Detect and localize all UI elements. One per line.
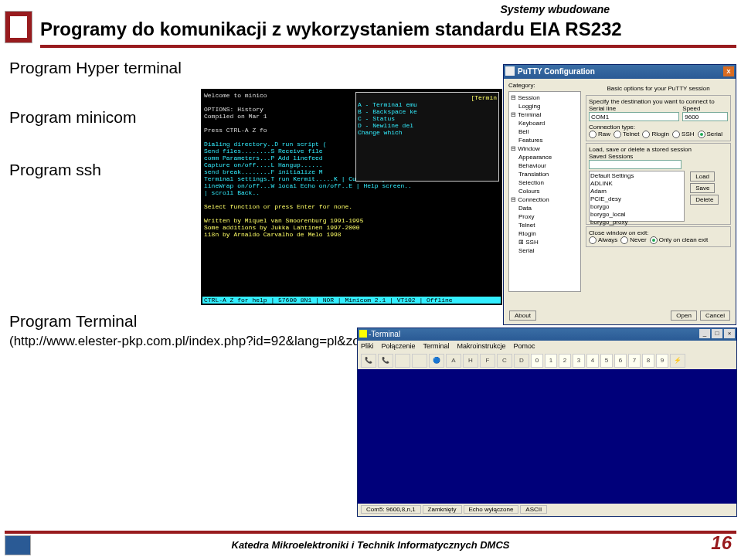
tree-item[interactable]: Proxy xyxy=(511,212,579,221)
cancel-button[interactable]: Cancel xyxy=(700,311,730,321)
toolbar-number-button[interactable]: 8 xyxy=(642,354,654,368)
tree-item[interactable]: ⊟ Session xyxy=(511,93,579,102)
tree-item[interactable]: Translation xyxy=(511,170,579,178)
session-item[interactable]: PCIE_desy xyxy=(590,195,683,203)
open-button[interactable]: Open xyxy=(671,311,697,321)
radio-option[interactable]: Raw xyxy=(589,131,610,137)
terminal-toolbar[interactable]: 📞📞🔵AHFCD0123456789⚡ xyxy=(358,352,736,369)
putty-close-group: Close window on exit: AlwaysNeverOnly on… xyxy=(586,226,731,247)
delete-button[interactable]: Delete xyxy=(690,195,719,205)
menu-item[interactable]: Terminal xyxy=(423,342,450,350)
tree-item[interactable]: Rlogin xyxy=(511,229,579,238)
radio-option[interactable]: Always xyxy=(589,236,617,243)
status-segment: Zamknięty xyxy=(423,505,462,514)
toolbar-button-icon[interactable]: 📞 xyxy=(361,354,376,368)
putty-sessions-list[interactable]: Default SettingsADLINKAdamPCIE_desyboryg… xyxy=(589,171,685,222)
toolbar-number-button[interactable]: 3 xyxy=(573,354,585,368)
maximize-icon[interactable]: □ xyxy=(712,329,722,338)
radio-option[interactable]: Rlogin xyxy=(642,131,669,137)
radio-icon[interactable] xyxy=(614,131,621,138)
putty-tree[interactable]: ⊟ SessionLogging⊟ TerminalKeyboardBellFe… xyxy=(508,91,581,292)
putty-conntype-radios[interactable]: RawTelnetRloginSSHSerial xyxy=(589,131,728,138)
tree-item[interactable]: Data xyxy=(511,204,579,212)
tree-item[interactable]: ⊟ Connection xyxy=(511,195,579,204)
terminal-title: -Terminal xyxy=(369,330,400,338)
toolbar-number-button[interactable]: 1 xyxy=(545,354,557,368)
minicom-subwindow: [Termin A - Terminal emuB - Backspace ke… xyxy=(355,92,499,182)
tree-item[interactable]: Serial xyxy=(511,246,579,255)
menu-item[interactable]: Pliki xyxy=(361,342,374,350)
session-item[interactable]: borygo xyxy=(590,203,683,211)
radio-option[interactable]: Never xyxy=(620,236,646,243)
toolbar-number-button[interactable]: 4 xyxy=(586,354,599,368)
minicom-line: lineWrap on/off...W local Echo on/off..E… xyxy=(204,182,499,189)
radio-option[interactable]: Telnet xyxy=(614,131,639,137)
putty-speed-input[interactable] xyxy=(682,112,728,121)
load-button[interactable]: Load xyxy=(690,171,715,182)
session-item[interactable]: borygo_proxy xyxy=(590,219,683,226)
radio-icon[interactable] xyxy=(650,236,658,244)
toolbar-button-icon[interactable] xyxy=(395,354,410,368)
toolbar-number-button[interactable]: 7 xyxy=(628,354,641,368)
toolbar-number-button[interactable]: 2 xyxy=(559,354,571,368)
session-item[interactable]: Default Settings xyxy=(590,172,683,180)
tree-item[interactable]: Behaviour xyxy=(511,161,579,170)
radio-icon[interactable] xyxy=(589,131,597,138)
radio-option[interactable]: Only on clean exit xyxy=(650,236,709,243)
putty-close-radios[interactable]: AlwaysNeverOnly on clean exit xyxy=(589,236,728,244)
close-icon[interactable]: × xyxy=(724,329,735,338)
toolbar-number-button[interactable]: 5 xyxy=(600,354,613,368)
toolbar-button-icon[interactable]: 📞 xyxy=(378,354,393,368)
tree-item[interactable]: ⊟ Terminal xyxy=(511,110,579,119)
minicom-window-line: A - Terminal emu xyxy=(358,101,497,108)
menu-item[interactable]: Połączenie xyxy=(382,342,416,350)
putty-titlebar: PuTTY Configuration X xyxy=(504,65,736,79)
tree-item[interactable]: Colours xyxy=(511,187,579,195)
putty-serial-input[interactable] xyxy=(589,112,679,121)
putty-conntype-label: Connection type: xyxy=(589,124,728,131)
toolbar-button-icon[interactable]: F xyxy=(480,354,495,368)
toolbar-button-icon[interactable]: D xyxy=(514,354,529,368)
tree-item[interactable]: Features xyxy=(511,136,579,144)
minimize-icon[interactable]: _ xyxy=(699,329,710,338)
toolbar-button-icon[interactable]: 🔵 xyxy=(429,354,444,368)
putty-right-header: Basic options for your PuTTY session xyxy=(586,83,731,93)
radio-icon[interactable] xyxy=(589,236,597,244)
toolbar-button-icon[interactable]: A xyxy=(446,354,461,368)
toolbar-number-button[interactable]: 6 xyxy=(614,354,627,368)
terminal-body[interactable] xyxy=(358,369,736,504)
toolbar-number-button[interactable]: 9 xyxy=(656,354,668,368)
toolbar-button-icon[interactable] xyxy=(412,354,427,368)
putty-saved-input[interactable] xyxy=(589,160,682,169)
tree-item[interactable]: ⊟ Window xyxy=(511,144,579,153)
tree-item[interactable]: Keyboard xyxy=(511,119,579,127)
save-button[interactable]: Save xyxy=(690,183,715,193)
radio-icon[interactable] xyxy=(642,131,650,138)
toolbar-number-button[interactable]: 0 xyxy=(531,354,543,368)
tree-item[interactable]: Selection xyxy=(511,178,579,187)
session-item[interactable]: ADLINK xyxy=(590,180,683,188)
menu-item[interactable]: Pomoc xyxy=(514,342,535,350)
tree-item[interactable]: Bell xyxy=(511,127,579,136)
tree-item[interactable]: Logging xyxy=(511,102,579,110)
radio-option[interactable]: Serial xyxy=(698,131,722,137)
tree-item[interactable]: Appearance xyxy=(511,153,579,161)
session-item[interactable]: Adam xyxy=(590,188,683,195)
putty-title: PuTTY Configuration xyxy=(518,67,595,76)
session-item[interactable]: borygo_local xyxy=(590,211,683,219)
about-button[interactable]: About xyxy=(509,311,536,321)
minicom-window-line: Change which xyxy=(358,129,497,136)
radio-icon[interactable] xyxy=(672,131,680,138)
toolbar-button-icon[interactable]: C xyxy=(497,354,512,368)
radio-icon[interactable] xyxy=(620,236,628,244)
close-icon[interactable]: X xyxy=(723,66,734,76)
radio-icon[interactable] xyxy=(698,131,705,138)
program-terminal-url: (http://www.elester-pkp.com.pl/index.php… xyxy=(9,334,397,349)
toolbar-button-icon[interactable]: H xyxy=(463,354,478,368)
tree-item[interactable]: Telnet xyxy=(511,221,579,229)
radio-option[interactable]: SSH xyxy=(672,131,694,137)
menu-item[interactable]: Makroinstrukcje xyxy=(457,342,506,350)
toolbar-run-icon[interactable]: ⚡ xyxy=(670,354,685,368)
tree-item[interactable]: ⊞ SSH xyxy=(511,238,579,246)
terminal-menubar[interactable]: PlikiPołączenieTerminalMakroinstrukcjePo… xyxy=(358,341,736,352)
